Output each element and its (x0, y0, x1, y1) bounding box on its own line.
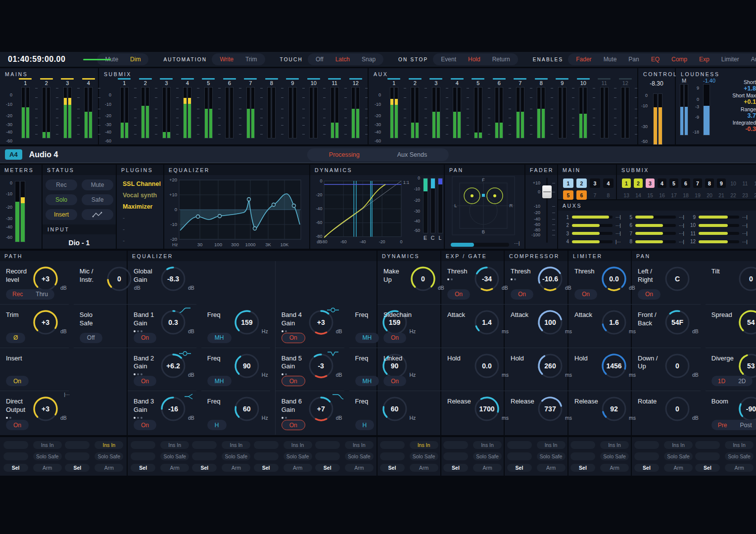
limiter-knob[interactable]: 0.0 (600, 265, 628, 293)
fader-thumb[interactable] (542, 185, 552, 198)
submix-chip-18[interactable]: 18 (681, 190, 690, 200)
main-chip-7[interactable]: 7 (590, 190, 600, 200)
ins-in-button[interactable]: Ins In (94, 441, 123, 449)
enables-exp[interactable]: Exp (693, 56, 715, 63)
exp-gate-knob[interactable]: 0.0 (473, 352, 501, 380)
blank-button[interactable] (507, 441, 532, 449)
sel-button[interactable]: Sel (695, 464, 720, 472)
blank-button[interactable] (570, 441, 595, 449)
main-chip-4[interactable]: 4 (603, 178, 614, 188)
solo-safe-button[interactable]: Solo Safe (600, 452, 629, 460)
submix-chip-9[interactable]: 9 (717, 178, 726, 188)
pan-divergence-bar[interactable] (451, 243, 509, 247)
enables-fader[interactable]: Fader (570, 56, 597, 63)
on-button[interactable]: On (282, 333, 305, 343)
status-solo-button[interactable]: Solo (46, 194, 77, 205)
on-button[interactable]: On (511, 289, 533, 300)
on-button[interactable]: On (282, 420, 305, 430)
1d-button[interactable]: 1D (711, 378, 732, 385)
sel-button[interactable]: Sel (634, 464, 659, 472)
pan-knob[interactable]: 0 (663, 352, 691, 380)
enables-mute[interactable]: Mute (598, 56, 623, 63)
blank-button[interactable] (254, 452, 279, 460)
main-chip-6[interactable]: 6 (576, 190, 587, 200)
aux-level-bar[interactable] (572, 232, 613, 235)
on-button[interactable]: On (447, 289, 470, 300)
on-button[interactable]: On (383, 333, 406, 343)
pan-knob[interactable]: 54F (663, 309, 691, 336)
surround-pan-field[interactable]: FBLR (452, 176, 515, 237)
status-rec-button[interactable]: Rec (46, 179, 77, 190)
submix-chip-5[interactable]: 5 (669, 178, 678, 188)
aux-level-bar[interactable] (635, 232, 676, 235)
aux-level-bar[interactable] (699, 216, 739, 219)
aux-level-bar[interactable] (635, 216, 676, 219)
ins-in-button[interactable]: Ins In (345, 441, 374, 449)
on-button[interactable]: On (134, 420, 156, 430)
blank-button[interactable] (380, 441, 405, 449)
eq-knob[interactable]: 90 (233, 352, 261, 380)
on-button[interactable]: On (6, 376, 29, 386)
solo-safe-button[interactable]: Solo Safe (284, 452, 312, 460)
dynamics-knob[interactable]: 0 (409, 265, 437, 293)
ins-in-button[interactable]: Ins In (410, 441, 438, 449)
arm-button[interactable]: Arm (33, 464, 62, 472)
ins-in-button[interactable]: Ins In (160, 441, 189, 449)
path-knob[interactable]: +3 (32, 265, 59, 293)
automation-trim[interactable]: Trim (239, 56, 263, 63)
main-chip-5[interactable]: 5 (563, 190, 573, 200)
pan-knob[interactable]: 0 (737, 265, 756, 293)
on-button[interactable]: On (134, 333, 156, 343)
aux-level-bar[interactable] (699, 240, 739, 243)
plugin-slot-3[interactable]: Maximizer (117, 201, 163, 213)
arm-button[interactable]: Arm (537, 464, 566, 472)
pan-knob[interactable]: 54 (737, 309, 756, 336)
sel-button[interactable]: Sel (443, 464, 468, 472)
submix-chip-24[interactable]: 24 (753, 190, 756, 200)
arm-button[interactable]: Arm (222, 464, 250, 472)
aux-level-bar[interactable] (572, 224, 613, 227)
blank-button[interactable] (254, 441, 279, 449)
ins-in-button[interactable]: Ins In (725, 441, 754, 449)
ins-in-button[interactable]: Ins In (664, 441, 693, 449)
on-stop-return[interactable]: Return (486, 56, 516, 63)
on-button[interactable]: On (638, 289, 661, 300)
sel-button[interactable]: Sel (65, 464, 90, 472)
on-stop-event[interactable]: Event (435, 56, 462, 63)
status-mute-button[interactable]: Mute (82, 179, 113, 190)
compressor-knob[interactable]: 737 (536, 395, 564, 423)
blank-button[interactable] (315, 441, 340, 449)
arm-button[interactable]: Arm (284, 464, 312, 472)
rec-button[interactable]: Rec (6, 291, 29, 298)
submix-chip-14[interactable]: 14 (634, 190, 643, 200)
pre-button[interactable]: Pre (711, 422, 734, 429)
sel-button[interactable]: Sel (254, 464, 279, 472)
thru-button[interactable]: Thru (29, 291, 54, 298)
tab-processing[interactable]: Processing (310, 151, 378, 158)
solo-safe-button[interactable]: Solo Safe (473, 452, 502, 460)
submix-chip-7[interactable]: 7 (693, 178, 702, 188)
submix-chip-2[interactable]: 2 (634, 178, 643, 188)
arm-button[interactable]: Arm (345, 464, 374, 472)
pan-knob[interactable]: 0 (663, 395, 691, 423)
aux-level-bar[interactable] (572, 240, 613, 243)
solo-safe-button[interactable]: Solo Safe (94, 452, 123, 460)
submix-chip-6[interactable]: 6 (681, 178, 690, 188)
ins-in-button[interactable]: Ins In (600, 441, 629, 449)
2d-button[interactable]: 2D (732, 378, 752, 385)
blank-button[interactable] (315, 452, 340, 460)
blank-button[interactable] (634, 452, 659, 460)
submix-chip-1[interactable]: 1 (622, 178, 631, 188)
arm-button[interactable]: Arm (725, 464, 754, 472)
enables-aux[interactable]: Aux (745, 56, 756, 63)
submix-chip-16[interactable]: 16 (658, 190, 666, 200)
touch-off[interactable]: Off (310, 56, 330, 63)
submix-chip-4[interactable]: 4 (658, 178, 666, 188)
blank-button[interactable] (3, 452, 28, 460)
submix-chip-19[interactable]: 19 (693, 190, 702, 200)
submix-chip-21[interactable]: 21 (717, 190, 726, 200)
eq-knob[interactable]: -16 (159, 395, 187, 423)
submix-chip-20[interactable]: 20 (705, 190, 714, 200)
submix-chip-15[interactable]: 15 (646, 190, 655, 200)
h-button[interactable]: H (207, 420, 227, 430)
